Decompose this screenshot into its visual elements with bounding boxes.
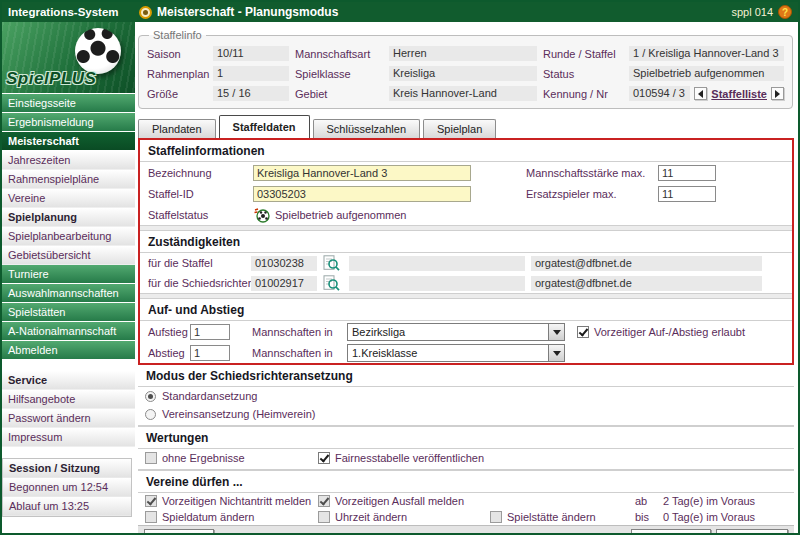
ausfall-melden-label: Vorzeitigen Ausfall melden	[335, 495, 464, 507]
vorzeitiger-auf-abstieg-checkbox[interactable]	[577, 326, 589, 338]
sidebar-item-spielplanung[interactable]: Spielplanung	[2, 208, 135, 227]
bezeichnung-input[interactable]	[253, 165, 471, 181]
section-title-auf-und-abstieg: Auf- und Abstieg	[140, 299, 792, 321]
uhrzeit-aendern-checkbox[interactable]	[318, 511, 330, 523]
staffel-id-input[interactable]	[253, 186, 471, 202]
form-row-staffel-id: Staffel-ID Ersatzspieler max.	[140, 183, 792, 204]
sidebar-item-spielplanbearbeitung[interactable]: Spielplanbearbeitung	[2, 227, 135, 246]
sidebar-item-hilfsangebote[interactable]: Hilfsangebote	[2, 390, 135, 409]
sidebar-item-auswahlmannschaften[interactable]: Auswahlmannschaften	[2, 284, 135, 303]
saison-value: 10/11	[213, 46, 289, 61]
sidebar-item-abmelden[interactable]: Abmelden	[2, 341, 135, 360]
tab-schluesselzahlen[interactable]: Schlüsselzahlen	[313, 119, 421, 138]
bis-value: 0 Tag(e) im Voraus	[663, 511, 771, 523]
staffel-verantwortlicher-name	[349, 256, 525, 271]
ersatzspieler-label: Ersatzspieler max.	[526, 188, 658, 200]
mannschaftsstaerke-label: Mannschaftsstärke max.	[526, 167, 658, 179]
button-bar: Zurück Rückgängig Speichern	[138, 525, 794, 535]
staffeldaten-form: Staffelinformationen Bezeichnung Mannsch…	[138, 138, 794, 365]
staffelliste-link[interactable]: Staffelliste	[711, 88, 767, 100]
abstieg-liga-value: 1.Kreisklasse	[348, 347, 548, 359]
aufstieg-liga-select[interactable]: Bezirksliga	[347, 323, 565, 341]
schiedsrichter-verantwortlicher-name	[349, 276, 525, 291]
main-body: Staffelinfo Saison 10/11 Mannschaftsart …	[135, 22, 798, 533]
form-row-vereine-2: Spieldatum ändern Uhrzeit ändern Spielst…	[137, 509, 795, 525]
staffelstatus-label: Staffelstatus	[148, 209, 253, 221]
standardansetzung-radio[interactable]	[145, 391, 156, 402]
sidebar-item-einstiegsseite[interactable]: Einstiegsseite	[2, 94, 135, 113]
schiedsrichter-verantwortlicher-email: orgatest@dfbnet.de	[531, 276, 762, 291]
nichtantritt-melden-label: Vorzeitigen Nichtantritt melden	[162, 495, 311, 507]
sidebar-item-ergebnismeldung[interactable]: Ergebnismeldung	[2, 113, 135, 132]
back-button[interactable]: Zurück	[144, 529, 214, 535]
session-box: Session / Sitzung Begonnen um 12:54 Abla…	[2, 458, 132, 517]
spielbetrieb-ball-icon	[253, 207, 271, 223]
nichtantritt-melden-checkbox[interactable]	[145, 495, 157, 507]
rahmenplan-value: 1	[213, 66, 289, 81]
sidebar-item-gebietsuebersicht[interactable]: Gebietsübersicht	[2, 246, 135, 265]
sidebar-item-jahreszeiten[interactable]: Jahreszeiten	[2, 151, 135, 170]
session-started-text: Begonnen um 12:54	[3, 478, 131, 497]
runde-staffel-value: 1 / Kreisliga Hannover-Land 3	[629, 46, 784, 61]
spielplus-logo: SpielPLUS	[2, 22, 135, 94]
sidebar-gap	[2, 360, 135, 371]
staffel-prev-button[interactable]	[694, 87, 707, 100]
staffelstatus-value: Spielbetrieb aufgenommen	[275, 209, 406, 221]
arrow-right-icon	[775, 90, 780, 98]
schiedsrichter-verantwortlicher-id: 01002917	[251, 276, 317, 291]
abstieg-liga-select[interactable]: 1.Kreisklasse	[347, 344, 565, 362]
aufstieg-label: Aufstieg	[148, 326, 190, 338]
sidebar-item-rahmenspielplaene[interactable]: Rahmenspielpläne	[2, 170, 135, 189]
sidebar-item-turniere[interactable]: Turniere	[2, 265, 135, 284]
ausfall-melden-checkbox[interactable]	[318, 495, 330, 507]
vereinsansetzung-radio[interactable]	[145, 409, 156, 420]
form-row-vereine-1: Vorzeitigen Nichtantritt melden Vorzeiti…	[137, 493, 795, 509]
mannschaftsstaerke-input[interactable]	[658, 165, 716, 181]
save-button[interactable]: Speichern	[716, 529, 788, 535]
sidebar-item-vereine[interactable]: Vereine	[2, 189, 135, 208]
abstieg-count-input[interactable]	[190, 345, 230, 361]
person-lookup-icon[interactable]	[323, 255, 340, 271]
fuer-die-staffel-label: für die Staffel	[148, 257, 251, 269]
ab-label: ab	[635, 495, 663, 507]
mannschaftsart-value: Herren	[389, 46, 537, 61]
person-lookup-icon[interactable]	[323, 275, 340, 291]
logo-text: SpielPLUS	[6, 69, 96, 89]
staffel-next-button[interactable]	[771, 87, 784, 100]
sidebar-item-impressum[interactable]: Impressum	[2, 428, 135, 447]
ersatzspieler-input[interactable]	[658, 186, 716, 202]
session-header: Session / Sitzung	[3, 459, 131, 478]
form-row-bezeichnung: Bezeichnung Mannschaftsstärke max.	[140, 162, 792, 183]
sidebar-item-a-nationalmannschaft[interactable]: A-Nationalmannschaft	[2, 322, 135, 341]
form-row-wertungen: ohne Ergebnisse Fairnesstabelle veröffen…	[137, 449, 795, 469]
session-expires-text: Ablauf um 13:25	[3, 497, 131, 516]
fuer-die-schiedsrichter-label: für die Schiedsrichter	[148, 277, 251, 289]
app-window: Integrations-System SpielPLUS Einstiegss…	[0, 0, 800, 535]
undo-button[interactable]: Rückgängig	[631, 529, 711, 535]
uhrzeit-aendern-label: Uhrzeit ändern	[335, 511, 407, 523]
dropdown-button[interactable]	[548, 345, 564, 361]
status-label: Status	[543, 68, 623, 80]
dropdown-button[interactable]	[548, 324, 564, 340]
section-title-wertungen: Wertungen	[138, 427, 794, 449]
kennung-nr-value: 010594 / 3	[629, 86, 690, 101]
ohne-ergebnisse-label: ohne Ergebnisse	[162, 452, 245, 464]
aufstieg-liga-value: Bezirksliga	[348, 326, 548, 338]
ohne-ergebnisse-checkbox[interactable]	[145, 452, 157, 464]
mannschaftsart-label: Mannschaftsart	[295, 48, 383, 60]
tab-staffeldaten[interactable]: Staffeldaten	[219, 115, 310, 138]
sidebar-item-passwort-aendern[interactable]: Passwort ändern	[2, 409, 135, 428]
form-row-staffel-verantwortlicher: für die Staffel 01030238 orgatest@dfbnet…	[140, 253, 792, 273]
help-icon[interactable]: ?	[778, 5, 792, 19]
tab-bar: Plandaten Staffeldaten Schlüsselzahlen S…	[138, 115, 795, 138]
tab-spielplan[interactable]: Spielplan	[423, 119, 496, 138]
spieldatum-aendern-checkbox[interactable]	[145, 511, 157, 523]
aufstieg-count-input[interactable]	[190, 324, 230, 340]
tab-plandaten[interactable]: Plandaten	[138, 119, 216, 138]
sidebar-item-spielstaetten[interactable]: Spielstätten	[2, 303, 135, 322]
spielklasse-label: Spielklasse	[295, 68, 383, 80]
gebiet-value: Kreis Hannover-Land	[389, 86, 537, 101]
fairnesstabelle-checkbox[interactable]	[318, 452, 330, 464]
sidebar-item-meisterschaft[interactable]: Meisterschaft	[2, 132, 135, 151]
spielstaette-aendern-checkbox[interactable]	[490, 511, 502, 523]
